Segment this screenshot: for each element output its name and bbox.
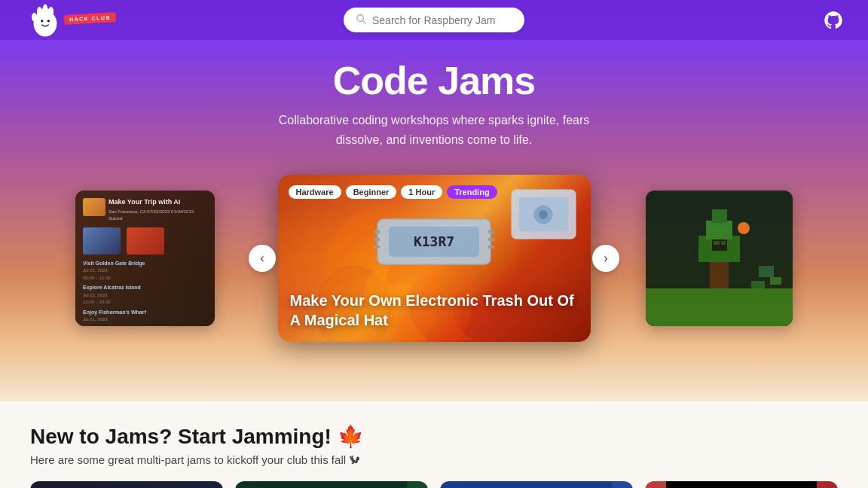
tag-trending: Trending xyxy=(447,185,497,199)
svg-rect-20 xyxy=(374,230,380,233)
left-card-meta: San Francisco, CA 07/21/2023 01/04/1013 … xyxy=(108,209,207,221)
thumbnail-3 xyxy=(127,227,164,255)
svg-point-3 xyxy=(43,4,48,15)
thumbnail-1 xyxy=(83,198,105,216)
bottom-card-sprig[interactable]: sprig xyxy=(235,481,428,488)
svg-point-7 xyxy=(32,12,37,21)
tag-duration: 1 Hour xyxy=(401,185,442,199)
svg-rect-25 xyxy=(488,246,494,249)
svg-rect-39 xyxy=(256,481,407,488)
svg-rect-23 xyxy=(488,230,494,233)
search-bar[interactable] xyxy=(344,8,524,32)
bottom-subtitle: Here are some great multi-part jams to k… xyxy=(30,453,838,466)
featured-card[interactable]: K13R7 Hardware Beginner 1 Hour Trending xyxy=(278,175,591,342)
chevron-left-icon: ‹ xyxy=(260,252,264,265)
svg-point-4 xyxy=(48,7,53,17)
svg-line-9 xyxy=(363,21,366,24)
blot-card-icon xyxy=(440,481,633,488)
svg-rect-30 xyxy=(706,221,732,239)
bottom-card-poster[interactable]: WE CAN BUILD IT! xyxy=(645,481,838,488)
svg-rect-41 xyxy=(461,481,612,488)
carousel: Make Your Trip with AI San Francisco, CA… xyxy=(0,172,868,345)
hero-title: Code Jams xyxy=(0,40,868,111)
hackclub-badge: HACK CLUB xyxy=(64,12,117,25)
svg-rect-28 xyxy=(710,258,729,288)
bottom-card-hack[interactable]: hack ▼ ... xyxy=(30,481,223,488)
bottom-cards-row: hack ▼ ... sprig xyxy=(30,481,838,488)
svg-rect-37 xyxy=(714,241,720,245)
bottom-section: New to Jams? Start Jamming! 🍁 Here are s… xyxy=(0,401,868,488)
svg-rect-22 xyxy=(374,246,380,249)
svg-point-2 xyxy=(37,7,42,17)
card-title: Make Your Own Electronic Trash Out Of A … xyxy=(290,291,579,330)
svg-point-6 xyxy=(47,20,50,22)
svg-point-32 xyxy=(738,222,750,234)
svg-rect-38 xyxy=(721,241,726,245)
pixel-art-scene-icon xyxy=(646,191,793,326)
github-link[interactable] xyxy=(821,8,845,32)
svg-rect-27 xyxy=(646,288,793,326)
nav-logo[interactable]: HACK CLUB xyxy=(23,4,116,37)
left-card-thumbnails: Make Your Trip with AI San Francisco, CA… xyxy=(83,198,207,221)
side-card-left: Make Your Trip with AI San Francisco, CA… xyxy=(75,191,215,326)
hackclub-logo-icon xyxy=(23,4,68,37)
left-card-list: Visit Golden Gate Bridge Jul 21, 2023 09… xyxy=(83,259,207,324)
chip-k13r7-icon: K13R7 xyxy=(374,212,494,272)
carousel-prev-button[interactable]: ‹ xyxy=(249,245,276,272)
github-icon xyxy=(823,10,844,31)
svg-point-5 xyxy=(41,20,43,22)
navbar: HACK CLUB xyxy=(0,0,868,40)
hero-section: Code Jams Collaborative coding workshops… xyxy=(0,40,868,401)
bottom-card-blot[interactable] xyxy=(440,481,633,488)
carousel-next-button[interactable]: › xyxy=(592,245,619,272)
keyboard-switch-icon xyxy=(508,186,579,242)
sprig-card-icon: sprig xyxy=(235,481,428,488)
search-icon xyxy=(356,14,366,26)
side-card-right xyxy=(646,191,793,326)
svg-text:K13R7: K13R7 xyxy=(414,233,454,249)
hero-subtitle: Collaborative coding workshops where spa… xyxy=(268,111,600,149)
svg-rect-34 xyxy=(770,277,781,285)
left-card-title: Make Your Trip with AI xyxy=(108,198,207,206)
tag-hardware: Hardware xyxy=(289,185,341,199)
thumbnail-2 xyxy=(83,227,121,255)
bottom-title: New to Jams? Start Jamming! 🍁 xyxy=(30,424,838,449)
svg-rect-33 xyxy=(759,266,774,277)
svg-point-16 xyxy=(539,210,548,219)
tag-beginner: Beginner xyxy=(346,185,397,199)
card-tags: Hardware Beginner 1 Hour Trending xyxy=(289,185,497,199)
svg-rect-24 xyxy=(488,238,494,241)
svg-rect-35 xyxy=(751,281,765,288)
svg-rect-21 xyxy=(374,238,380,241)
poster-card-icon: WE CAN BUILD IT! xyxy=(645,481,838,488)
search-input[interactable] xyxy=(372,14,512,26)
chevron-right-icon: › xyxy=(604,252,607,265)
svg-rect-31 xyxy=(712,209,727,223)
svg-rect-47 xyxy=(666,481,817,488)
